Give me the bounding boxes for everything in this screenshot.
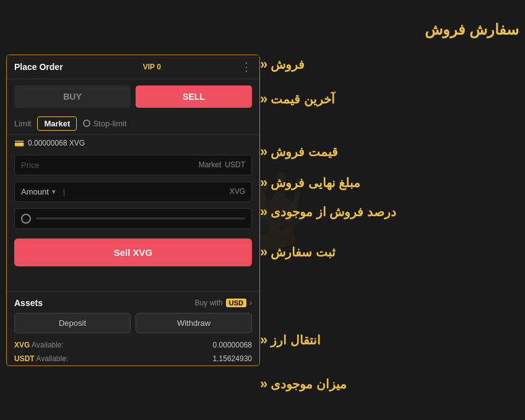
annotation-sell-order-title: سفارش فروش [425, 21, 519, 38]
balance-row: 💳 0.00000068 XVG [7, 135, 259, 152]
card-icon: 💳 [14, 139, 24, 148]
xvg-available-row: XVG Available: 0.00000068 [7, 338, 259, 352]
sell-percent-arrow: » [260, 204, 267, 220]
amount-dropdown[interactable]: Amount ▼ [21, 187, 57, 196]
sell-price-text: قیمت فروش [271, 144, 338, 159]
buy-tab[interactable]: BUY [14, 85, 131, 108]
annotations-area: سفارش فروش » فروش » آخرین قیمت » قیمت فر… [260, 24, 519, 396]
annotation-balance: » میزان موجودی [260, 376, 347, 392]
market-tab[interactable]: Market [37, 116, 77, 131]
xvg-available-text: Available: [32, 341, 64, 349]
limit-tab[interactable]: Limit [14, 119, 31, 128]
price-input[interactable] [21, 160, 195, 170]
usdt-available-row: USDT Available: 1.15624930 [7, 352, 259, 365]
annotation-transfer: » انتقال ارز [260, 332, 321, 348]
tab-row: BUY SELL [7, 79, 259, 113]
annotation-sell-price: » قیمت فروش [260, 144, 338, 160]
xvg-available-value: 0.00000068 [213, 341, 252, 349]
sell-button[interactable]: Sell XVG [14, 238, 252, 266]
balance-value: 0.00000068 XVG [28, 139, 85, 147]
transfer-arrow: » [260, 332, 267, 348]
price-mode-label: Market [199, 160, 222, 169]
amount-field[interactable]: Amount ▼ | XVG [14, 182, 252, 202]
buy-with-label: Buy with [194, 299, 222, 307]
sell-text: فروش [271, 57, 305, 72]
deposit-button[interactable]: Deposit [14, 313, 131, 333]
sell-amount-text: مبلغ نهایی فروش [271, 175, 360, 190]
annotation-sell-amount: » مبلغ نهایی فروش [260, 175, 360, 191]
xvg-label: XVG Available: [14, 341, 64, 349]
place-order-panel: Place Order VIP 0 ⋮ BUY SELL Limit Marke… [6, 55, 260, 366]
buy-with[interactable]: Buy with USD › [194, 299, 252, 307]
annotation-sell-percent: » درصد فروش از موجودی [260, 204, 396, 220]
sell-percent-text: درصد فروش از موجودی [271, 204, 396, 219]
amount-input-group: Amount ▼ | XVG [7, 178, 259, 205]
vip-badge: VIP 0 [143, 63, 161, 71]
order-type-row: Limit Market Stop-limit [7, 113, 259, 135]
submit-arrow: » [260, 244, 267, 260]
usdt-label: USDT Available: [14, 354, 68, 363]
spacer [7, 273, 259, 291]
panel-header: Place Order VIP 0 ⋮ [7, 55, 259, 79]
submit-text: ثبت سفارش [271, 245, 336, 260]
sell-order-title-text: سفارش فروش [425, 21, 519, 38]
annotation-last-price: » آخرین قیمت [260, 91, 335, 107]
more-icon[interactable]: ⋮ [241, 60, 252, 74]
buy-with-currency: USD [226, 299, 246, 307]
usdt-currency: USDT [14, 354, 35, 363]
panel-title: Place Order [14, 62, 63, 72]
withdraw-button[interactable]: Withdraw [136, 313, 252, 333]
assets-header: Assets Buy with USD › [7, 292, 259, 313]
usdt-available-text: Available: [36, 354, 68, 363]
price-currency: USDT [225, 160, 245, 169]
sell-price-arrow: » [260, 144, 267, 160]
last-price-text: آخرین قیمت [271, 92, 335, 107]
buy-with-chevron: › [249, 299, 252, 307]
stop-limit-tab[interactable]: Stop-limit [83, 119, 126, 128]
cursor-separator: | [63, 187, 65, 196]
sell-arrow: » [260, 56, 267, 72]
annotation-submit: » ثبت سفارش [260, 244, 336, 260]
sell-tab[interactable]: SELL [136, 85, 252, 108]
amount-input[interactable] [71, 187, 226, 196]
assets-title: Assets [14, 298, 43, 308]
slider-container[interactable] [14, 208, 252, 229]
amount-dropdown-arrow: ▼ [51, 188, 57, 195]
slider-track[interactable] [36, 217, 245, 219]
amount-currency: XVG [230, 187, 245, 196]
assets-section: Assets Buy with USD › Deposit Withdraw X… [7, 291, 259, 365]
stop-limit-radio [83, 120, 90, 127]
balance-text: میزان موجودی [271, 377, 347, 392]
price-field[interactable]: Market USDT [14, 155, 252, 175]
price-input-group: Market USDT [7, 152, 259, 178]
annotation-sell: » فروش [260, 56, 305, 72]
sell-amount-arrow: » [260, 175, 267, 191]
last-price-arrow: » [260, 91, 267, 107]
transfer-text: انتقال ارز [271, 333, 321, 348]
slider-row [7, 205, 259, 232]
usdt-available-value: 1.15624930 [213, 354, 252, 363]
balance-arrow: » [260, 376, 267, 392]
slider-handle[interactable] [21, 214, 31, 224]
amount-label: Amount [21, 187, 49, 196]
action-buttons: Deposit Withdraw [7, 313, 259, 338]
xvg-currency: XVG [14, 341, 30, 349]
sell-btn-row: Sell XVG [7, 232, 259, 273]
